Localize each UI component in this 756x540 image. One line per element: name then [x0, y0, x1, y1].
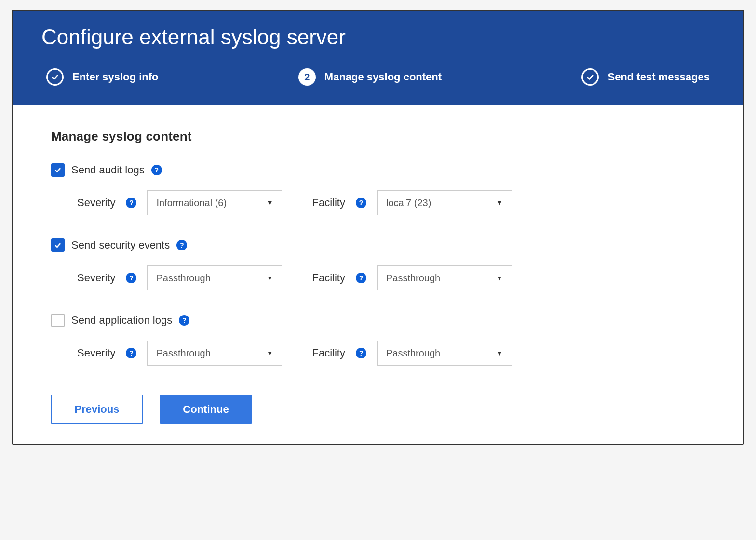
section-title: Manage syslog content: [51, 129, 705, 144]
wizard-buttons: Previous Continue: [51, 395, 705, 424]
help-icon[interactable]: ?: [356, 348, 366, 358]
continue-button[interactable]: Continue: [160, 395, 252, 424]
severity-label: Severity: [77, 272, 115, 284]
audit-facility-select[interactable]: local7 (23) ▼: [377, 190, 512, 215]
help-icon[interactable]: ?: [126, 348, 136, 358]
application-severity-select[interactable]: Passthrough ▼: [147, 341, 282, 366]
option-application-logs: Send application logs ?: [51, 314, 705, 327]
wizard-stepper: Enter syslog info 2 Manage syslog conten…: [41, 68, 715, 95]
help-icon[interactable]: ?: [176, 240, 187, 250]
chevron-down-icon: ▼: [267, 274, 273, 282]
wizard-content: Manage syslog content Send audit logs ? …: [13, 105, 743, 444]
security-severity-select[interactable]: Passthrough ▼: [147, 265, 282, 290]
help-icon[interactable]: ?: [356, 198, 366, 208]
facility-label: Facility: [312, 347, 345, 359]
severity-label: Severity: [77, 347, 115, 359]
step-label: Send test messages: [608, 71, 710, 83]
option-label: Send audit logs: [71, 164, 145, 176]
check-icon: [581, 68, 599, 86]
step-manage-syslog-content[interactable]: 2 Manage syslog content: [298, 68, 442, 86]
step-number-icon: 2: [298, 68, 316, 86]
select-value: Informational (6): [156, 198, 227, 209]
chevron-down-icon: ▼: [267, 349, 273, 357]
select-value: Passthrough: [386, 348, 440, 359]
page-title: Configure external syslog server: [41, 25, 715, 49]
chevron-down-icon: ▼: [496, 199, 503, 207]
application-facility-select[interactable]: Passthrough ▼: [377, 341, 512, 366]
select-value: Passthrough: [156, 273, 210, 284]
severity-label: Severity: [77, 197, 115, 209]
previous-button[interactable]: Previous: [51, 395, 143, 424]
help-icon[interactable]: ?: [126, 273, 136, 283]
step-send-test-messages[interactable]: Send test messages: [581, 68, 710, 86]
step-enter-syslog-info[interactable]: Enter syslog info: [46, 68, 158, 86]
facility-label: Facility: [312, 197, 345, 209]
audit-fields: Severity ? Informational (6) ▼ Facility …: [51, 190, 705, 215]
select-value: Passthrough: [386, 273, 440, 284]
facility-label: Facility: [312, 272, 345, 284]
help-icon[interactable]: ?: [356, 273, 366, 283]
wizard-header: Configure external syslog server Enter s…: [13, 11, 743, 105]
select-value: local7 (23): [386, 198, 431, 209]
help-icon[interactable]: ?: [126, 198, 136, 208]
help-icon[interactable]: ?: [151, 165, 162, 175]
option-audit-logs: Send audit logs ?: [51, 163, 705, 177]
audit-severity-select[interactable]: Informational (6) ▼: [147, 190, 282, 215]
chevron-down-icon: ▼: [496, 349, 503, 357]
application-fields: Severity ? Passthrough ▼ Facility ? Pass…: [51, 341, 705, 366]
select-value: Passthrough: [156, 348, 210, 359]
checkbox-application-logs[interactable]: [51, 314, 65, 327]
security-facility-select[interactable]: Passthrough ▼: [377, 265, 512, 290]
checkbox-audit-logs[interactable]: [51, 163, 65, 177]
config-wizard-window: Configure external syslog server Enter s…: [12, 10, 744, 445]
step-label: Enter syslog info: [72, 71, 158, 83]
step-label: Manage syslog content: [324, 71, 442, 83]
chevron-down-icon: ▼: [267, 199, 273, 207]
help-icon[interactable]: ?: [179, 315, 189, 326]
chevron-down-icon: ▼: [496, 274, 503, 282]
option-label: Send application logs: [71, 314, 172, 327]
check-icon: [46, 68, 64, 86]
option-security-events: Send security events ?: [51, 238, 705, 252]
option-label: Send security events: [71, 239, 170, 251]
security-fields: Severity ? Passthrough ▼ Facility ? Pass…: [51, 265, 705, 290]
checkbox-security-events[interactable]: [51, 238, 65, 252]
